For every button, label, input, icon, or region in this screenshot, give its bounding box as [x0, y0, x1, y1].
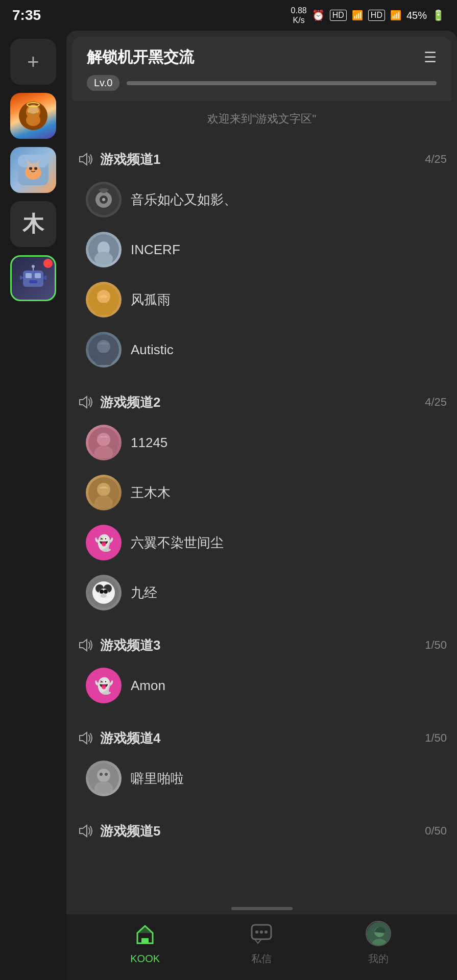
category-name-3: 游戏频道3 — [100, 636, 160, 654]
nav-item-profile[interactable]: 我的 — [363, 918, 394, 966]
add-server-button[interactable]: + — [10, 39, 56, 85]
category-count-3: 1/50 — [425, 639, 447, 652]
chat-icon — [249, 921, 274, 946]
nav-item-kook[interactable]: KOOK — [130, 919, 160, 965]
svg-point-57 — [260, 930, 263, 934]
plus-icon: + — [27, 51, 39, 74]
server-title: 解锁机开黑交流 — [87, 47, 194, 68]
ghost-icon-amon: 👻 — [94, 677, 113, 695]
avatar-nine-classics — [86, 575, 122, 610]
user-item[interactable]: 11245 — [81, 418, 451, 468]
svg-point-58 — [264, 930, 268, 934]
avatar-music — [86, 182, 122, 217]
avatar-incerf-img — [88, 234, 119, 265]
avatar-incerf — [86, 232, 122, 267]
kook-label: KOOK — [130, 953, 160, 965]
username-autistic: Autistic — [131, 342, 174, 358]
user-list-3: 👻 Amon — [81, 660, 451, 710]
svg-rect-14 — [18, 155, 49, 167]
server-icon-robot[interactable] — [10, 255, 56, 301]
channel-category-2: 游戏频道2 4/25 112 — [73, 387, 451, 618]
user-item[interactable]: 音乐如心又如影、 — [81, 175, 451, 225]
server-icon-lion[interactable] — [10, 93, 56, 139]
messages-label: 私信 — [251, 952, 272, 966]
svg-point-49 — [97, 769, 110, 782]
user-item[interactable]: 九经 — [81, 568, 451, 618]
user-item[interactable]: 👻 六翼不染世间尘 — [81, 518, 451, 568]
speaker-icon-4 — [77, 729, 95, 747]
category-header-2[interactable]: 游戏频道2 4/25 — [73, 387, 451, 418]
category-header-5[interactable]: 游戏频道5 0/50 — [73, 816, 451, 846]
battery-visual: 🔋 — [432, 9, 445, 21]
username-ya: 噼里啪啦 — [131, 770, 184, 788]
user-item[interactable]: 噼里啪啦 — [81, 753, 451, 803]
category-header-1[interactable]: 游戏频道1 4/25 — [73, 144, 451, 175]
status-bar: 7:35 0.88K/s ⏰ HD 📶 HD 📶 45% 🔋 — [0, 0, 457, 31]
speaker-svg-5 — [78, 823, 94, 839]
user-item[interactable]: INCERF — [81, 225, 451, 275]
svg-point-45 — [100, 590, 104, 594]
svg-point-32 — [97, 340, 110, 353]
user-item[interactable]: 王木木 — [81, 468, 451, 518]
alarm-icon: ⏰ — [312, 9, 325, 21]
lion-image-icon — [18, 101, 49, 131]
app-container: + — [0, 31, 457, 980]
server-title-row: 解锁机开黑交流 ☰ — [87, 47, 437, 68]
avatar-wangmumu-img — [88, 477, 119, 508]
avatar-ya-img — [88, 763, 119, 794]
avatar-wind — [86, 282, 122, 317]
user-item[interactable]: Autistic — [81, 325, 451, 375]
bottom-nav: KOOK 私信 — [66, 914, 457, 980]
hamburger-menu-icon[interactable]: ☰ — [424, 49, 437, 66]
battery-icon: 45% — [406, 10, 427, 21]
category-header-3[interactable]: 游戏频道3 1/50 — [73, 630, 451, 660]
username-nine-classics: 九经 — [131, 584, 157, 602]
category-left-3: 游戏频道3 — [77, 636, 160, 654]
robot-image-icon — [18, 263, 49, 293]
speaker-svg-3 — [78, 637, 94, 653]
level-badge: Lv.0 — [87, 75, 119, 91]
user-list-1: 音乐如心又如影、 INCERF — [81, 175, 451, 375]
main-content: 解锁机开黑交流 ☰ Lv.0 欢迎来到"游戏文字区" — [66, 31, 457, 980]
profile-nav-icon — [363, 918, 394, 949]
speaker-icon-3 — [77, 636, 95, 654]
svg-rect-18 — [35, 273, 41, 278]
hd-badge-2: HD — [368, 10, 385, 21]
category-name-4: 游戏频道4 — [100, 729, 160, 747]
nav-item-messages[interactable]: 私信 — [246, 918, 277, 966]
channel-content[interactable]: 欢迎来到"游戏文字区" 游戏频道1 4/25 — [66, 101, 457, 903]
avatar-nine-classics-img — [88, 577, 119, 608]
svg-point-21 — [32, 265, 35, 268]
user-item[interactable]: 👻 Amon — [81, 660, 451, 710]
svg-marker-54 — [137, 926, 153, 933]
speaker-icon-5 — [77, 822, 95, 840]
avatar-wind-img — [88, 284, 119, 315]
category-left-4: 游戏频道4 — [77, 729, 160, 747]
network-speed-icon: 0.88K/s — [291, 6, 307, 25]
svg-rect-17 — [26, 273, 32, 278]
category-header-4[interactable]: 游戏频道4 1/50 — [73, 723, 451, 753]
speaker-svg-4 — [78, 730, 94, 746]
user-item[interactable]: 风孤雨 — [81, 275, 451, 325]
username-incerf: INCERF — [131, 242, 180, 258]
svg-point-24 — [102, 198, 105, 201]
scroll-indicator-container — [66, 903, 457, 914]
svg-point-52 — [105, 773, 108, 776]
svg-point-56 — [255, 930, 258, 934]
category-count-2: 4/25 — [425, 396, 447, 409]
category-count-1: 4/25 — [425, 153, 447, 166]
wood-char: 木 — [22, 210, 44, 238]
category-left-1: 游戏频道1 — [77, 150, 160, 168]
notification-dot — [43, 259, 53, 268]
svg-point-38 — [97, 483, 110, 496]
category-name-1: 游戏频道1 — [100, 151, 160, 168]
server-icon-wood[interactable]: 木 — [10, 201, 56, 247]
kook-home-icon — [132, 922, 158, 947]
speaker-icon-2 — [77, 393, 95, 411]
server-icon-cat[interactable] — [10, 147, 56, 193]
speaker-svg-2 — [78, 394, 94, 410]
server-list: + — [0, 31, 66, 980]
avatar-wangmumu — [86, 475, 122, 510]
signal-5g-2-icon: 📶 — [390, 10, 401, 21]
server-header: 解锁机开黑交流 ☰ Lv.0 — [73, 37, 451, 101]
